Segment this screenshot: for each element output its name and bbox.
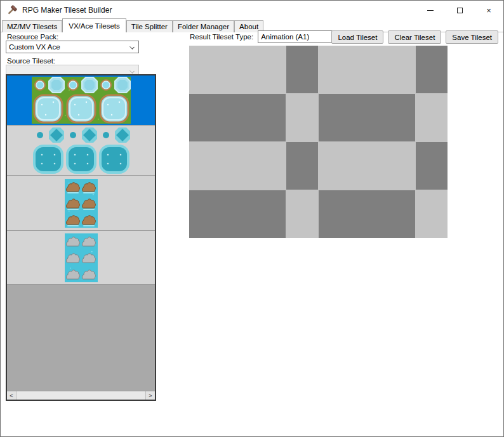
title-bar: RPG Maker Tileset Builder × [1,1,503,20]
preview-grid-row [189,190,448,238]
source-tileset-label: Source Tileset: [7,57,55,65]
hammer-icon [6,5,17,16]
window-title: RPG Maker Tileset Builder [22,6,112,15]
close-button[interactable]: × [474,1,503,20]
water-pools-transparent-thumbnail [32,127,131,174]
preview-grid-row [189,46,448,93]
preview-grid-cell [189,142,286,190]
water-pools-on-grass-thumbnail [32,77,131,124]
resource-pack-label: Resource Pack: [7,33,58,41]
minimize-icon [427,10,434,11]
tab-vxace-tilesets[interactable]: VX/Ace Tilesets [62,18,126,32]
preview-grid-cell [319,46,415,93]
scroll-left-button[interactable]: < [7,391,16,400]
tileset-action-buttons: Load Tileset Clear Tileset Save Tileset [331,30,498,44]
scroll-left-icon: < [10,393,13,399]
maximize-icon [457,8,463,13]
tileset-list-item-water-grass[interactable] [7,75,155,125]
tileset-list-empty-area [7,284,155,391]
preview-grid-cell [416,190,448,238]
preview-grid-cell [416,94,448,141]
gray-clouds-thumbnail [65,233,98,282]
tileset-list-item-water-transparent[interactable] [7,125,155,175]
resource-pack-value: Custom VX Ace [9,43,60,51]
chevron-down-icon [129,68,135,74]
preview-grid-cell [189,190,286,238]
minimize-button[interactable] [416,1,445,20]
chevron-down-icon [129,44,135,49]
preview-grid-cell [189,46,286,93]
preview-grid-cell [416,142,448,190]
preview-grid-cell [286,190,318,238]
result-preview-grid [189,46,448,238]
preview-grid-row [189,94,448,141]
preview-grid-cell [286,46,318,93]
preview-grid-cell [319,142,415,190]
clear-tileset-button[interactable]: Clear Tileset [388,30,441,44]
app-window: RPG Maker Tileset Builder × MZ/MV Tilese… [0,0,504,437]
tileset-list-item-gray-clouds[interactable] [7,230,155,284]
preview-grid-row [189,142,448,190]
maximize-button[interactable] [445,1,474,20]
preview-grid-cell [286,94,318,141]
window-controls: × [416,1,503,20]
source-tileset-list: < > [6,74,156,401]
tileset-list-horizontal-scrollbar[interactable]: < > [7,391,155,400]
preview-grid-cell [189,94,286,141]
save-tileset-button[interactable]: Save Tileset [446,30,498,44]
preview-grid-cell [286,142,318,190]
tab-mzmv-tilesets[interactable]: MZ/MV Tilesets [2,20,62,32]
scroll-right-button[interactable]: > [146,391,155,400]
scrollbar-thumb[interactable] [16,391,146,400]
brown-mounds-thumbnail [65,179,98,228]
resource-pack-select[interactable]: Custom VX Ace [6,41,139,53]
preview-grid-cell [319,94,415,141]
scroll-right-icon: > [149,393,152,399]
close-icon: × [486,6,491,15]
result-tileset-type-value: Animation (A1) [261,33,309,41]
result-tileset-type-label: Result Tileset Type: [190,33,253,41]
tab-tile-splitter[interactable]: Tile Splitter [126,20,173,32]
load-tileset-button[interactable]: Load Tileset [331,30,383,44]
preview-grid-cell [319,190,415,238]
tileset-list-item-brown-mounds[interactable] [7,175,155,230]
preview-grid-cell [416,46,448,93]
